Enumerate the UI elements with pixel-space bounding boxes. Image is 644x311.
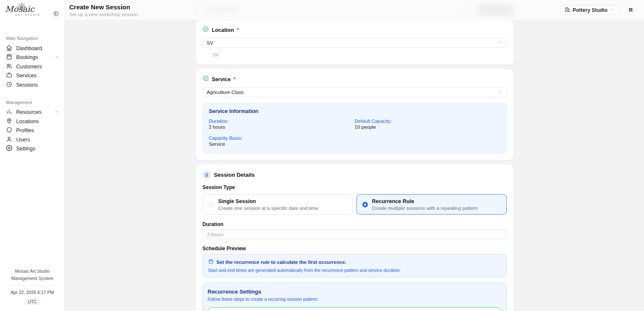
sidebar-item-customers[interactable]: Customers [0,62,65,71]
sidebar-item-label: Dashboard [16,45,42,51]
service-info-field: Default Capacity: 10 people [355,119,500,130]
location-select[interactable]: SV [203,38,507,48]
field-value: Service [209,141,355,147]
main-area: Create New Session Set up a new workshop… [65,0,644,311]
sidebar-item-label: Settings [16,146,35,152]
org-switcher[interactable]: Pottery Studio [560,5,619,15]
chevron-down-icon [54,109,59,116]
recurrence-title: Recurrence Settings [208,288,502,295]
header-actions: Pottery Studio R [560,5,644,16]
sidebar-footer: Mosaic Art Studio Management System Apr … [0,263,65,311]
calendar-icon [6,54,12,61]
location-selected-hint: SV [213,52,507,57]
field-value: 10 people [355,124,500,130]
sidebar-item-dashboard[interactable]: Dashboard [0,44,65,53]
user-avatar[interactable]: R [625,5,636,16]
schedule-preview-notice: Set the recurrence rule to calculate the… [203,254,507,277]
service-info-panel: Service Information Duration: 2 hours De… [203,103,507,154]
sidebar-item-settings[interactable]: Settings [0,144,65,154]
map-pin-icon [6,118,12,125]
field-value: 2 hours [209,124,355,130]
footer-app-name: Mosaic Art Studio [4,268,60,274]
footer-datetime: Apr 22, 2026 6:17 PM [4,290,60,295]
required-asterisk: * [234,76,236,82]
page-content: Location * SV SV Service * [65,0,644,311]
page-title: Create New Session [69,3,138,11]
option-text: Recurrence Rule Create multiple sessions… [372,198,478,211]
sidebar-toggle-button[interactable] [52,10,60,18]
sidebar: Mosaic ART STUDIO Main Navigation Dashbo… [0,0,65,311]
duration-label: Duration [203,221,507,227]
recurrence-settings-panel: Recurrence Settings Follow these steps t… [203,283,507,311]
sidebar-item-label: Locations [16,119,39,124]
service-select[interactable]: Agriculture Class [203,87,507,97]
sidebar-item-sessions[interactable]: Sessions [0,80,65,90]
page-header: Create New Session Set up a new workshop… [65,0,644,20]
sidebar-item-profiles[interactable]: Profiles [0,126,65,136]
sidebar-item-services[interactable]: Services [0,71,65,81]
check-circle-icon [203,26,209,34]
nav-section-management: Management [0,100,65,105]
sidebar-nav: Main Navigation Dashboard Bookings Custo… [0,27,65,153]
notice-title: Set the recurrence rule to calculate the… [217,260,347,265]
schedule-preview-label: Schedule Preview [203,246,507,252]
sidebar-item-locations[interactable]: Locations [0,117,65,126]
footer-app-system: Management System [4,275,60,282]
service-select-value: Agriculture Class [207,90,244,95]
option-title: Single Session [218,198,319,205]
option-description: Create one session at a specific date an… [218,206,319,211]
service-card: Service * Agriculture Class Service Info… [195,68,514,161]
calendar-icon [208,258,214,266]
session-type-recurrence-option[interactable]: Recurrence Rule Create multiple sessions… [356,194,507,215]
footer-divider [8,286,57,286]
page-subtitle: Set up a new workshop session [69,12,138,17]
sidebar-item-label: Sessions [16,82,38,88]
session-details-card: 3 Session Details Session Type Single Se… [195,164,514,311]
radio-selected-icon [362,202,368,207]
location-select-value: SV [207,40,213,45]
logo-wordmark: Mosaic [5,5,43,13]
session-type-label: Session Type [203,184,507,190]
header-titles: Create New Session Set up a new workshop… [65,3,138,17]
option-title: Recurrence Rule [372,198,478,205]
sidebar-item-users[interactable]: Users [0,135,65,144]
notice-subtitle: Start and end times are generated automa… [208,268,501,273]
recurrence-subtitle: Follow these steps to create a recurring… [208,297,502,302]
sidebar-header: Mosaic ART STUDIO [0,0,65,27]
gear-icon [6,145,12,153]
location-label: Location [212,27,234,33]
bar-chart-icon [6,108,12,116]
chevron-down-icon [610,7,615,13]
service-info-field: Capacity Basis: Service [209,136,355,147]
sidebar-item-resources[interactable]: Resources [0,108,65,117]
sidebar-item-label: Resources [16,109,42,115]
timezone-badge: UTC [24,298,41,305]
sidebar-item-label: Customers [16,64,42,70]
start-date-step-card: Start generating from * Apr 1, 2026 The … [208,307,502,311]
session-details-title: Session Details [214,172,255,178]
field-label: Capacity Basis: [209,136,355,141]
field-label: Duration: [209,119,355,124]
chevron-down-icon [497,40,503,46]
service-info-title: Service Information [209,108,500,114]
radio-unselected-icon [209,202,214,207]
chevron-down-icon [54,54,59,61]
option-description: Create multiple sessions with a repeatin… [372,206,478,211]
required-asterisk: * [237,27,239,33]
field-label: Default Capacity: [355,119,500,124]
users-icon [6,63,12,71]
building-icon [565,7,570,14]
shield-icon [6,127,12,134]
home-icon [6,45,12,52]
nav-section-main: Main Navigation [0,36,65,41]
clock-icon [6,81,12,89]
org-name: Pottery Studio [573,7,607,13]
option-text: Single Session Create one session at a s… [218,198,319,211]
session-type-single-option[interactable]: Single Session Create one session at a s… [203,194,353,215]
sidebar-item-label: Profiles [16,127,34,133]
panel-left-icon [54,11,59,17]
select-spinner-icon [497,89,503,95]
duration-input[interactable] [203,229,507,239]
sidebar-item-bookings[interactable]: Bookings [0,53,65,62]
user-icon [6,136,12,144]
